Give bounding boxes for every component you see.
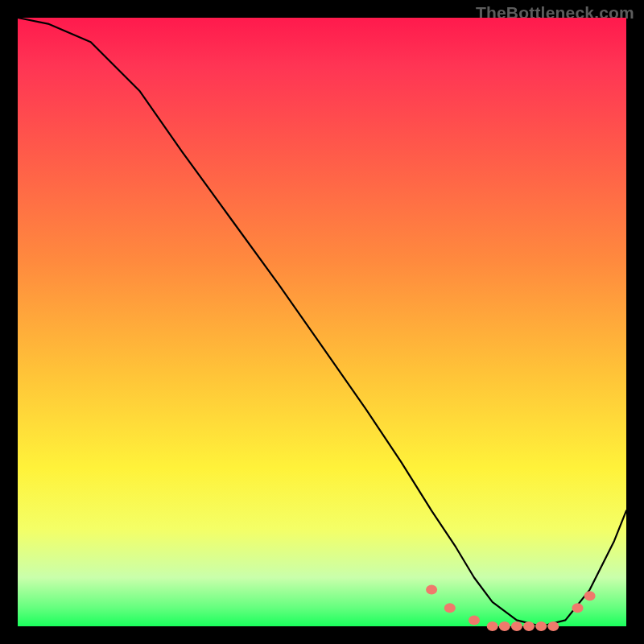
marker-point bbox=[426, 585, 437, 595]
curve-layer bbox=[18, 18, 626, 626]
marker-point bbox=[444, 603, 456, 613]
marker-point bbox=[499, 621, 510, 631]
marker-point bbox=[523, 621, 535, 631]
marker-point bbox=[469, 615, 480, 625]
marker-group bbox=[426, 585, 596, 631]
marker-point bbox=[511, 621, 522, 631]
marker-point bbox=[547, 621, 559, 631]
marker-point bbox=[584, 591, 596, 601]
marker-point bbox=[487, 621, 498, 631]
bottleneck-curve bbox=[18, 18, 626, 626]
plot-area bbox=[18, 18, 626, 626]
marker-point bbox=[535, 621, 547, 631]
marker-point bbox=[572, 603, 584, 613]
chart-frame: TheBottleneck.com bbox=[0, 0, 644, 644]
